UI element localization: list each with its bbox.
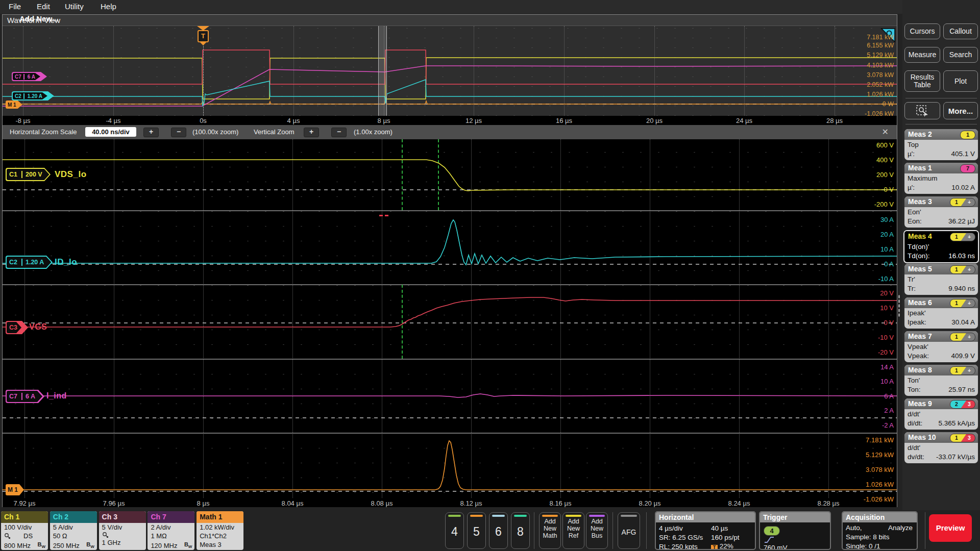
acquisition-panel[interactable]: Acquisition Auto, Analyze Sample: 8 bits… (842, 511, 918, 550)
divider (534, 512, 534, 549)
meas-card-title-bar: Meas 71+ (904, 331, 978, 342)
zoom-select-button[interactable] (904, 102, 940, 119)
meas-card-meas-2[interactable]: Meas 21Topµ':405.1 V (904, 129, 978, 160)
channel-badge-c2[interactable]: C21.20 A (6, 256, 53, 269)
channel-badge-ch7[interactable]: Ch 72 A/div1 MΩ120 MHzBW (148, 511, 194, 550)
meas-card-meas-5[interactable]: Meas 51+Tr'Tr:9.940 ns (904, 264, 978, 295)
meas-card-meas-7[interactable]: Meas 71+Vpeak'Vpeak:409.9 V (904, 331, 978, 362)
meas-source-badge: 1+ (950, 198, 975, 207)
meas-card-meas-4[interactable]: Meas 41+Td(on)'Td(on):16.03 ns (903, 230, 979, 263)
menu-item-file[interactable]: File (9, 2, 21, 11)
channel-badge-m1[interactable]: M 1 (6, 484, 24, 495)
button-line: Ref (563, 532, 584, 539)
axis-tick-label: 400 V (876, 156, 894, 164)
overview-time-label: 20 µs (646, 117, 663, 124)
overview-axis-label: 6.155 kW (867, 42, 894, 49)
meas-value-row: Eon:36.22 µJ (908, 217, 975, 226)
panel-drag-handle[interactable] (898, 294, 900, 318)
axis-tick-label: 600 V (876, 141, 894, 149)
h-zoom-plus-button[interactable]: + (143, 128, 159, 137)
main-plot[interactable]: 600 V400 V200 V0 V-200 V30 A20 A10 A0 A-… (3, 139, 897, 507)
meas-card-badges: 23 (950, 400, 975, 408)
badge-channel: C7 (7, 393, 21, 400)
h-zoom-minus-button[interactable]: − (171, 128, 186, 137)
display-channel-button-4[interactable]: 4 (445, 512, 464, 549)
button-number: 6 (489, 525, 507, 539)
axis-tick-label: 7.181 kW (866, 436, 894, 444)
overview-time-axis: -8 µs-4 µs0s4 µs8 µs12 µs16 µs20 µs24 µs… (3, 116, 897, 125)
display-channel-button-5[interactable]: 5 (467, 512, 486, 549)
meas-card-badges: 1+ (950, 333, 975, 340)
overview-channel-badge-m1[interactable]: M 1 (6, 101, 22, 109)
meas-card-meas-10[interactable]: Meas 1013d/dt'dv/dt:-33.07 kV/µs (904, 432, 978, 463)
badge-inner: C21.20 A (13, 92, 47, 99)
button-color-stripe (514, 515, 527, 517)
h-zoom-scale-input[interactable]: 40.00 ns/div (85, 127, 136, 137)
meas-card-title: Meas 4 (908, 232, 932, 240)
meas-value-row: µ':405.1 V (908, 149, 975, 159)
afg-button[interactable]: AFG (618, 512, 640, 549)
menu-item-help[interactable]: Help (101, 2, 116, 11)
trigger-marker[interactable]: T (197, 26, 209, 47)
meas-source-badge: 13 (950, 434, 975, 442)
more-button[interactable]: More... (943, 102, 978, 119)
channel-badge-ch1[interactable]: Ch 1100 V/divDS800 MHzBW (1, 511, 48, 550)
channel-bandwidth: 120 MHz (151, 541, 177, 550)
meas-source-badge: 1+ (950, 233, 975, 241)
sidebar-button-cursors[interactable]: Cursors (904, 23, 940, 39)
badge-inner: C1200 V (7, 169, 50, 180)
display-channel-button-6[interactable]: 6 (489, 512, 508, 549)
meas-card-meas-9[interactable]: Meas 923d/dt'di/dt:5.365 kA/µs (904, 398, 978, 430)
sidebar-button-plot[interactable]: Plot (943, 70, 978, 92)
probe-icon (102, 532, 109, 538)
overview-channel-badge-c2[interactable]: C21.20 A (12, 91, 54, 101)
zoom-window-indicator[interactable] (378, 26, 387, 116)
meas-card-title: Meas 6 (908, 298, 932, 307)
channel-row2: DS (1, 532, 48, 540)
trigger-panel[interactable]: Trigger 4 760 mV (759, 511, 831, 550)
meas-card-meas-3[interactable]: Meas 31+Eon'Eon:36.22 µJ (904, 196, 978, 228)
overview-channel-badge-c7[interactable]: C76 A (12, 72, 47, 81)
channel-scale: 2 A/div (148, 523, 194, 532)
sidebar-button-callout[interactable]: Callout (943, 23, 978, 39)
channel-badge-c1[interactable]: C1200 V (6, 168, 51, 181)
channel-badge-math1[interactable]: Math 11.02 kW/divCh1*Ch2Meas 3 (197, 511, 243, 550)
meas-card-body: Ton'Ton:25.97 ns (904, 375, 978, 394)
add-new-bus-button[interactable]: AddNewBus (586, 512, 608, 549)
axis-tick-label: 0 A (884, 260, 894, 268)
meas-card-title-bar: Meas 21 (904, 129, 978, 140)
overview-plot[interactable]: T 7.181 kW6.155 kW5.129 kW4.103 kW3.078 … (3, 26, 897, 116)
divider (905, 98, 977, 98)
display-channel-button-8[interactable]: 8 (511, 512, 530, 549)
channel-badge-c7[interactable]: C76 A (6, 390, 44, 403)
section-divider (3, 433, 897, 434)
meas-label: dv/dt: (908, 453, 924, 462)
button-line: New (586, 525, 607, 532)
sidebar-button-search[interactable]: Search (943, 47, 978, 63)
add-new-ref-button[interactable]: AddNewRef (562, 512, 584, 549)
sidebar-button-results-table[interactable]: Results Table (904, 70, 940, 92)
v-zoom-minus-button[interactable]: − (331, 128, 347, 137)
preview-button[interactable]: Preview (929, 514, 972, 542)
close-icon[interactable]: ✕ (882, 127, 889, 137)
meas-card-meas-8[interactable]: Meas 81+Ton'Ton:25.97 ns (904, 365, 978, 396)
axis-tick-label: 3.078 kW (866, 466, 894, 473)
sidebar-button-measure[interactable]: Measure (904, 47, 940, 63)
axis-tick-label: 10 V (880, 304, 894, 312)
overview-gridline (835, 26, 835, 116)
channel-badge-ch2[interactable]: Ch 25 A/div50 Ω250 MHzBW (50, 511, 97, 550)
add-new-math-button[interactable]: AddNewMath (539, 512, 561, 549)
menu-item-utility[interactable]: Utility (65, 2, 84, 11)
meas-badge-right: 3 (964, 434, 975, 442)
h-record-length: RL: 250 kpts (659, 543, 698, 550)
overview-time-label: 24 µs (736, 117, 752, 124)
overview-gridline (293, 26, 294, 116)
horizontal-panel[interactable]: Horizontal 4 µs/div 40 µs SR: 6.25 GS/s … (655, 511, 756, 550)
meas-card-meas-1[interactable]: Meas 17Maximumµ':10.02 A (904, 163, 978, 194)
meas-value: 25.97 ns (948, 385, 975, 394)
channel-badge-ch3[interactable]: Ch 35 V/div1 GHz (99, 511, 146, 550)
meas-card-meas-6[interactable]: Meas 61+Ipeak'Ipeak:30.04 A (904, 297, 978, 329)
v-zoom-plus-button[interactable]: + (304, 128, 319, 137)
menu-item-edit[interactable]: Edit (37, 2, 50, 11)
meas-label: Td(on): (908, 252, 930, 261)
